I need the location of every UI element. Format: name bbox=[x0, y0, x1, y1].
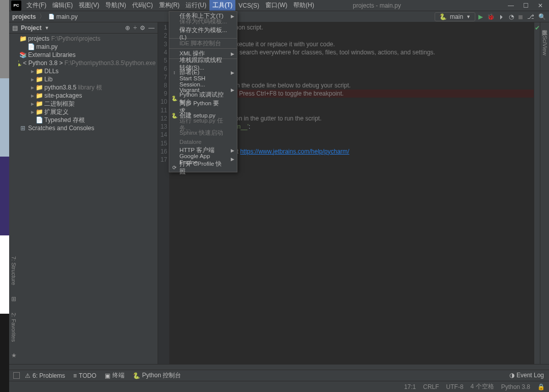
python-icon: 🐍 bbox=[439, 13, 447, 20]
chevron-down-icon[interactable]: ▼ bbox=[45, 25, 49, 31]
git-icon[interactable]: ⎇ bbox=[527, 13, 534, 20]
search-icon[interactable]: 🔍 bbox=[538, 13, 546, 20]
error-stripe[interactable]: ✔ bbox=[534, 22, 540, 364]
menu-item[interactable]: 代码(C) bbox=[129, 0, 156, 11]
tools-dropdown-menu: 任务和上下文(T)▶保存为代码模板...(I)保存文件为模板...(L)IDE … bbox=[169, 11, 237, 172]
minimize-icon[interactable]: ― bbox=[508, 2, 514, 9]
tree-row[interactable]: 📄 main.py bbox=[9, 43, 158, 51]
tree-row[interactable]: ▾📚 External Libraries bbox=[9, 51, 158, 59]
collapse-icon[interactable]: ÷ bbox=[133, 24, 137, 32]
tree-row[interactable]: ▸📁 python3.8.5 library 根 bbox=[9, 83, 158, 92]
breadcrumb-file[interactable]: main.py bbox=[56, 13, 78, 20]
left-tool-strip: 7: Structure ⊞ 2: Favorites ★ bbox=[9, 34, 18, 364]
gutter-line-numbers[interactable]: 1234567891011121314151617 bbox=[158, 22, 169, 364]
menu-item[interactable]: 视图(V) bbox=[76, 0, 102, 11]
tree-row[interactable]: ⊞ Scratches and Consoles bbox=[9, 124, 158, 132]
menu-item[interactable]: 工具(T) bbox=[209, 0, 235, 11]
project-pane-title[interactable]: Project bbox=[21, 24, 42, 32]
menu-item[interactable]: 窗口(W) bbox=[262, 0, 290, 11]
tree-row[interactable]: ▸📁 Lib bbox=[9, 75, 158, 83]
menu-item[interactable]: 堆栈跟踪或线程转储(S)... bbox=[169, 59, 237, 68]
indent-info[interactable]: 4 个空格 bbox=[471, 382, 494, 391]
menu-item[interactable]: 保存文件为模板...(L) bbox=[169, 29, 237, 38]
tree-row[interactable]: ▾📁 projects F:\Python\projects bbox=[9, 35, 158, 43]
run-config-selector[interactable]: 🐍 main ▼ bbox=[435, 12, 475, 21]
titlebar: PC 文件(F)编辑(E)视图(V)导航(N)代码(C)重构(R)运行(U)工具… bbox=[9, 0, 549, 11]
project-pane-header: ▤ Project ▼ ⊕ ÷ ⚙ — bbox=[9, 22, 158, 34]
menu-item: 运行 setup.py 任务... bbox=[169, 120, 237, 129]
menu-item[interactable]: 重构(R) bbox=[156, 0, 183, 11]
menu-item[interactable]: Start SSH Session... bbox=[169, 77, 237, 85]
main-menu: 文件(F)编辑(E)视图(V)导航(N)代码(C)重构(R)运行(U)工具(T)… bbox=[23, 0, 317, 11]
menu-item: Sphinx 快速启动 bbox=[169, 129, 237, 137]
menu-item[interactable]: 运行(U) bbox=[182, 0, 209, 11]
ide-window: PC 文件(F)编辑(E)视图(V)导航(N)代码(C)重构(R)运行(U)工具… bbox=[9, 0, 549, 392]
tree-row[interactable]: ▸📁 DLLs bbox=[9, 67, 158, 75]
tree-row[interactable]: ▸📁 site-packages bbox=[9, 92, 158, 100]
stop-icon[interactable]: ◼ bbox=[518, 13, 523, 20]
event-log-button[interactable]: ◑ Event Log bbox=[509, 372, 544, 379]
project-tab-icon: ▤ bbox=[12, 24, 18, 32]
lock-icon[interactable]: 🔒 bbox=[537, 383, 545, 390]
gear-icon[interactable]: ⚙ bbox=[140, 24, 145, 32]
project-tree[interactable]: ▾📁 projects F:\Python\projects 📄 main.py… bbox=[9, 34, 158, 364]
target-icon[interactable]: ⊕ bbox=[125, 24, 130, 32]
window-title: projects - main.py bbox=[317, 2, 502, 9]
status-bar: ◑ Event Log 17:1 CRLF UTF-8 4 个空格 Python… bbox=[9, 381, 549, 392]
bottom-tool-tabs: ⚠6: Problems≡TODO▣终端🐍Python 控制台 bbox=[9, 370, 549, 381]
tree-row[interactable]: ▾🐍 < Python 3.8 > F:\Python\python3.8.5\… bbox=[9, 59, 158, 67]
bottom-tab[interactable]: ≡TODO bbox=[73, 372, 96, 379]
python-interpreter[interactable]: Python 3.8 bbox=[501, 383, 530, 390]
run-icon[interactable]: ▶ bbox=[478, 13, 483, 20]
tree-row[interactable]: ▸📁 扩展定义 bbox=[9, 108, 158, 116]
profile-icon[interactable]: ◔ bbox=[509, 13, 514, 20]
breadcrumb[interactable]: projects 〉 📄 main.py bbox=[12, 12, 78, 21]
tree-row[interactable]: ▸📁 二进制框架 bbox=[9, 100, 158, 108]
menu-item[interactable]: VCS(S) bbox=[235, 0, 262, 11]
file-encoding[interactable]: UTF-8 bbox=[446, 383, 464, 390]
menu-item[interactable]: 同步 Python 要求... bbox=[169, 103, 237, 111]
menu-item: Datalore bbox=[169, 137, 237, 146]
menu-item[interactable]: 导航(N) bbox=[102, 0, 129, 11]
menu-item[interactable]: 帮助(H) bbox=[290, 0, 317, 11]
window-controls: ― ☐ ✕ bbox=[502, 2, 549, 9]
menu-item: IDE 脚本控制台 bbox=[169, 39, 237, 48]
coverage-icon[interactable]: ⏵ bbox=[499, 13, 505, 20]
line-separator[interactable]: CRLF bbox=[423, 383, 439, 390]
menu-item[interactable]: 文件(F) bbox=[23, 0, 49, 11]
chevron-down-icon: ▼ bbox=[466, 14, 471, 19]
bottom-tab[interactable]: ⚠6: Problems bbox=[25, 372, 65, 379]
menu-item[interactable]: ⟳打开 CProfile 快照 bbox=[169, 163, 237, 172]
close-icon[interactable]: ✕ bbox=[538, 2, 543, 9]
tree-row[interactable]: 📄 Typeshed 存根 bbox=[9, 116, 158, 124]
hide-icon[interactable]: — bbox=[148, 24, 155, 32]
breadcrumb-root[interactable]: projects bbox=[12, 13, 36, 20]
bottom-tab[interactable]: ▣终端 bbox=[105, 371, 125, 380]
navbar: projects 〉 📄 main.py 🐍 main ▼ ▶ 🐞 ⏵ ◔ ◼ … bbox=[9, 11, 549, 22]
maximize-icon[interactable]: ☐ bbox=[523, 2, 529, 9]
right-tool-strip: 数据库 SciView bbox=[540, 22, 549, 364]
pycharm-logo-icon: PC bbox=[11, 1, 21, 11]
caret-position[interactable]: 17:1 bbox=[404, 383, 416, 390]
structure-icon[interactable]: ⊞ bbox=[11, 295, 16, 303]
horizontal-scrollbar[interactable] bbox=[9, 364, 549, 370]
debug-icon[interactable]: 🐞 bbox=[487, 13, 495, 20]
favorites-star-icon[interactable]: ★ bbox=[11, 352, 17, 359]
menu-item[interactable]: 编辑(E) bbox=[49, 0, 76, 11]
project-tool-window: ▤ Project ▼ ⊕ ÷ ⚙ — ▾📁 projects F:\Pytho… bbox=[9, 22, 158, 364]
bottom-tab[interactable]: 🐍Python 控制台 bbox=[133, 371, 181, 380]
structure-tab[interactable]: 7: Structure bbox=[11, 256, 17, 285]
sciview-tab[interactable]: SciView bbox=[542, 36, 548, 55]
run-config-label: main bbox=[450, 13, 463, 20]
os-left-gutter bbox=[0, 0, 9, 392]
inspection-ok-icon[interactable]: ✔ bbox=[534, 24, 540, 32]
favorites-tab[interactable]: 2: Favorites bbox=[11, 313, 17, 342]
tool-window-quick-access-icon[interactable] bbox=[13, 372, 20, 379]
